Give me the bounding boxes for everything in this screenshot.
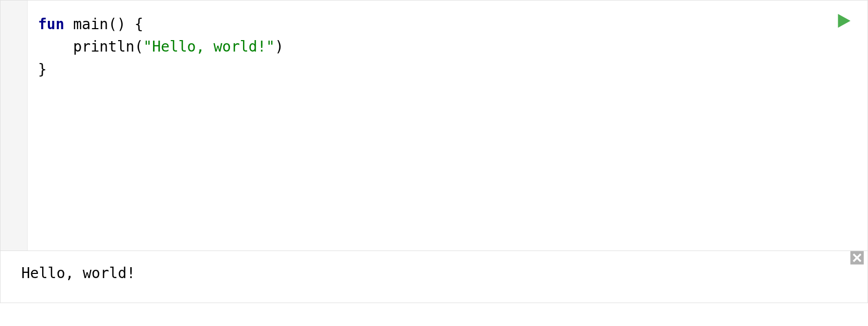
close-output-button[interactable] — [850, 253, 864, 268]
string-literal: "Hello, world!" — [143, 38, 275, 55]
function-name: main — [73, 16, 108, 33]
code-content: fun main() { println("Hello, world!") } — [28, 1, 867, 250]
code-text: () — [108, 16, 126, 33]
call-name: println — [73, 38, 134, 55]
run-button[interactable] — [834, 13, 853, 32]
play-icon — [835, 12, 852, 33]
paren-close: ) — [275, 38, 284, 55]
brace-open: { — [134, 16, 143, 33]
output-text: Hello, world! — [21, 265, 135, 282]
editor-container: fun main() { println("Hello, world!") } … — [0, 0, 868, 303]
code-editor[interactable]: fun main() { println("Hello, world!") } — [1, 1, 867, 250]
keyword-fun: fun — [38, 16, 65, 33]
paren-open: ( — [134, 38, 143, 55]
svg-marker-0 — [838, 14, 850, 28]
code-text — [65, 16, 73, 33]
brace-close: } — [38, 61, 47, 78]
close-icon — [850, 249, 864, 271]
code-text — [126, 16, 135, 33]
editor-gutter — [1, 1, 28, 250]
output-panel: Hello, world! — [1, 250, 867, 303]
code-indent — [38, 38, 73, 55]
